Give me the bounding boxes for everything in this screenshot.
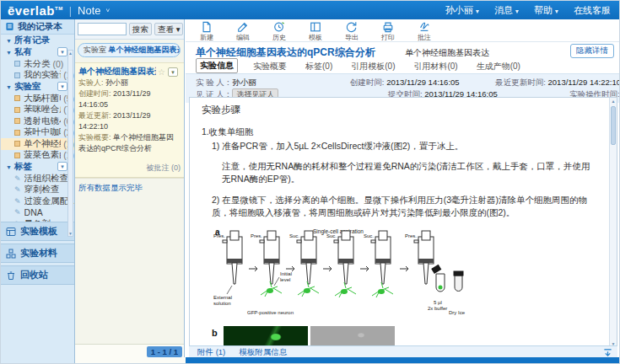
svg-text:solution: solution <box>213 301 231 306</box>
new-button[interactable]: 新建 <box>196 21 218 42</box>
scroll-up-icon[interactable]: ▲ <box>610 99 617 104</box>
hide-details-button[interactable]: 隐藏详情 <box>570 44 614 58</box>
scroll-thumb[interactable] <box>611 106 616 145</box>
sidebar-nav-templates[interactable]: 实验模板 <box>1 222 74 241</box>
notebook-name: 单个神经细胞基因表达 <box>405 47 489 59</box>
online-support-link[interactable]: 在线客服 <box>574 4 611 17</box>
export-button[interactable]: 导出 <box>341 21 363 42</box>
tab-tags[interactable]: 标签(0) <box>302 60 336 73</box>
step-1-2: 2) 在显微镜下，选择分离的单个细胞。显微下操作利用压力(3毫升注射器)清除单个… <box>212 194 596 219</box>
step-title: 1.收集单细胞 <box>202 126 596 138</box>
template-button[interactable]: 模板 <box>305 21 326 42</box>
sidebar-item-ecoli[interactable]: 大肠杆菌电...(5) <box>1 93 74 104</box>
sidebar-nav-recycle-bin[interactable]: 回收站 <box>1 265 74 285</box>
gfp-neuron-label: GFP-positive neuron <box>247 310 294 315</box>
app-window: ēverlabTM | Note ˅ 孙小丽▾ 消息▾ 帮助▾ 在线客服 我的记… <box>0 0 620 364</box>
syringe-6-label: Pres. <box>405 233 417 238</box>
svg-text:level: level <box>280 277 290 282</box>
view-dropdown-button[interactable]: 查看 ▾ <box>154 23 183 35</box>
tag-icon: ✎ <box>14 197 21 206</box>
initial-level-label: Initial <box>280 271 292 276</box>
product-caret-icon[interactable]: ˅ <box>106 7 111 14</box>
card-field-updated: 最近更新: 2013/11/29 14:22:10 <box>78 110 181 132</box>
experiment-card-title[interactable]: 单个神经细胞基因表达... <box>78 66 156 78</box>
edit-button[interactable]: 编辑 <box>232 21 254 42</box>
logo-divider: | <box>69 4 72 17</box>
sidebar-item-single-neuron[interactable]: 单个神经细...(1) <box>1 138 74 150</box>
sidebar-item-benzimidazole[interactable]: 苯咪唑合成...(7) <box>1 104 74 116</box>
trash-icon <box>6 270 16 281</box>
new-document-icon <box>201 21 213 33</box>
dry-ice-label: Dry Ice <box>449 310 466 315</box>
folder-icon <box>14 153 20 158</box>
created-time: 2013/11/29 14:16:05 <box>386 78 459 87</box>
printer-icon <box>382 21 394 33</box>
materials-icon <box>6 249 16 259</box>
sidebar-section-lab[interactable]: ▼实验室▼ <box>1 81 74 93</box>
sidebar-item-tea-caffeine[interactable]: 茶叶中咖啡...(2) <box>1 127 74 139</box>
notebook-square-icon <box>14 72 20 78</box>
sidebar-item-uncategorized[interactable]: 未分类(0) <box>1 58 74 70</box>
sidebar-item-all-records[interactable]: ▼所有记录 <box>1 35 74 46</box>
signature-icon <box>418 21 430 33</box>
folder-icon <box>14 118 20 124</box>
section-dropdown-button[interactable]: ▼ <box>57 47 67 56</box>
detail-tabs: 实验信息 实验概要 标签(0) 引用模板(0) 引用材料(0) 生成产物(0) <box>186 59 620 73</box>
card-field-created: 创建时间: 2013/11/29 14:16:05 <box>78 88 181 110</box>
export-icon <box>346 21 358 33</box>
experiment-card[interactable]: 单个神经细胞基因表达... ☆ ▼ 实验人: 孙小丽 创建时间: 2013/11… <box>75 62 184 178</box>
messages-menu[interactable]: 消息▾ <box>494 4 519 17</box>
syringe-5-label: Suc. <box>364 233 374 238</box>
scroll-up-icon[interactable]: ▲ <box>68 51 73 56</box>
annotate-button[interactable]: 批注 <box>413 21 435 42</box>
search-button[interactable]: 搜索 <box>129 23 152 35</box>
user-menu[interactable]: 孙小丽▾ <box>445 4 479 17</box>
syringe-1-label: Pres. <box>213 233 225 238</box>
window-bottom-strip <box>186 357 620 363</box>
tag-icon: ✎ <box>14 208 21 217</box>
card-dropdown-button[interactable]: ▼ <box>168 67 178 77</box>
sidebar-item-spinach-pigment[interactable]: 菠菜色素的...(1) <box>1 150 74 162</box>
sidebar-scrollbar[interactable]: ▲▼ <box>67 50 73 237</box>
search-input[interactable] <box>78 23 127 35</box>
sidebar-nav-materials[interactable]: 实验材料 <box>1 244 74 263</box>
sidebar-section-private[interactable]: ▼私有▼ <box>1 46 74 58</box>
expand-arrow-icon: ▼ <box>6 164 12 170</box>
print-button[interactable]: 打印 <box>377 21 399 42</box>
sidebar-tag-dna[interactable]: ✎DNA <box>1 207 74 219</box>
sidebar-tag-transition-metal[interactable]: ✎过渡金属配... <box>1 195 74 207</box>
star-icon[interactable]: ☆ <box>158 67 165 77</box>
sidebar-section-tags[interactable]: ▼标签▼ <box>1 161 74 173</box>
annotation-count[interactable]: 被批注 (0) <box>78 163 181 174</box>
experiment-content[interactable]: 实验步骤 1.收集单细胞 1) 准备PCR管，加入5µL 2×CellsDire… <box>189 97 617 346</box>
history-button[interactable]: 历史 <box>268 21 290 42</box>
help-menu[interactable]: 帮助▾ <box>534 4 558 17</box>
tab-experiment-info[interactable]: 实验信息 <box>196 58 238 73</box>
sidebar-item-tem[interactable]: 透射电镜小...(0) <box>1 115 74 127</box>
step-note: 注意，使用无RNA酶的耗材和整个过程避免RNA的污染(清洁工作区，戴上手套，口罩… <box>222 160 596 185</box>
tab-experiment-summary[interactable]: 实验概要 <box>250 60 290 73</box>
sidebar-tag-puncture[interactable]: ✎穿刺检查 <box>1 185 74 196</box>
list-bottom-strip <box>75 357 186 363</box>
sidebar: 我的记录本 ▼所有记录 ▼私有▼ 未分类(0) 我的实验记...(1) ▼实验室… <box>1 19 75 364</box>
pagination-label[interactable]: 1 - 1 / 1 <box>147 346 182 357</box>
folder-icon <box>14 130 20 136</box>
toolbar: 新建 编辑 历史 模板 导出 打印 批注 <box>186 19 620 42</box>
filter-pill[interactable]: 实验室 单个神经细胞基因表达 <box>78 43 181 57</box>
sidebar-tag-biopsy[interactable]: ✎活组织检查 <box>1 173 74 185</box>
chevron-down-icon: ▾ <box>515 8 519 15</box>
template-icon <box>310 21 321 33</box>
section-dropdown-button[interactable]: ▼ <box>57 82 67 91</box>
tab-products[interactable]: 生成产物(0) <box>473 60 524 73</box>
tab-referenced-materials[interactable]: 引用材料(0) <box>410 60 461 73</box>
notebook-icon <box>5 22 14 31</box>
experiment-list-panel: 搜索 查看 ▾ 实验室 单个神经细胞基因表达 单个神经细胞基因表达... ☆ ▼… <box>75 19 185 364</box>
chevron-down-icon: ▾ <box>476 8 479 15</box>
history-clock-icon <box>273 21 285 33</box>
section-dropdown-button[interactable]: ▼ <box>57 162 67 171</box>
sidebar-item-my-experiments[interactable]: 我的实验记...(1) <box>1 70 74 82</box>
scroll-down-icon[interactable]: ▼ <box>68 231 73 236</box>
notebook-square-icon <box>14 61 20 67</box>
content-scrollbar[interactable]: ▲ ▼ <box>609 98 617 346</box>
tab-referenced-templates[interactable]: 引用模板(0) <box>348 60 398 73</box>
